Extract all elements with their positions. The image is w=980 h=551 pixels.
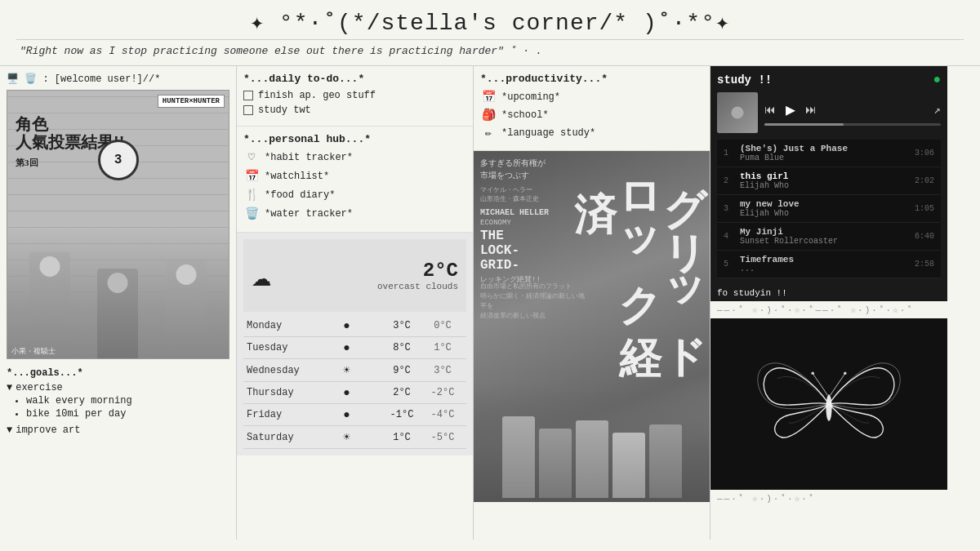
prod-item-school[interactable]: 🎒 *school*: [480, 108, 703, 122]
track-name: My Jinji: [740, 227, 902, 237]
weather-hi-4: -1°C: [381, 409, 422, 420]
prev-button[interactable]: ⏮: [764, 104, 776, 117]
prod-item-upcoming[interactable]: 📅 *upcoming*: [480, 90, 703, 104]
svg-point-0: [826, 394, 831, 420]
pencil-icon: ✏️: [480, 126, 497, 140]
weather-icon-2: ☀: [312, 363, 381, 377]
todo-text-0: finish ap. geo stuff: [258, 90, 376, 101]
weather-day-5: Saturday: [247, 432, 312, 443]
site-title: ✦ °*·˚(*/stella's corner/* )˚·*°✦: [16, 8, 964, 36]
goal-exercise-items: walk every morning bike 10mi per day: [7, 395, 229, 420]
prod-title: *...productivity...*: [480, 73, 703, 85]
hub-label-water: *water tracker*: [265, 208, 353, 220]
manga-banner: HUNTER×HUNTER: [158, 95, 225, 108]
next-button[interactable]: ⏭: [805, 104, 817, 117]
weather-lo-0: 0°C: [422, 320, 463, 331]
weather-lo-2: 3°C: [422, 365, 463, 376]
column-4: study !! ● ⏮ ▶ ⏭ ↗: [710, 66, 947, 540]
list-item: walk every morning: [26, 395, 229, 407]
track-duration: 6:40: [902, 232, 934, 241]
prod-item-language[interactable]: ✏️ *language study*: [480, 126, 703, 140]
weather-row-saturday: Saturday ☀ 1°C -5°C: [243, 426, 466, 449]
weather-current: ☁ 2°C overcast clouds: [243, 239, 466, 312]
studying-label: fo studyin !!: [710, 285, 947, 301]
header: ✦ °*·˚(*/stella's corner/* )˚·*°✦ "Right…: [0, 0, 980, 66]
player-controls-area: ⏮ ▶ ⏭ ↗: [764, 100, 941, 126]
track-number: 5: [724, 260, 740, 269]
main-grid: 🖥️ 🗑️ : [welcome user!]//* HUNTER×HUNTER…: [0, 66, 980, 540]
track-artist: ...: [740, 264, 902, 273]
track-artist: Puma Blue: [740, 153, 902, 162]
goal-exercise: ▼ exercise walk every morning bike 10mi …: [7, 382, 229, 420]
manga-circle-num: 3: [98, 140, 139, 180]
weather-day-3: Thursday: [247, 387, 312, 398]
hub-item-watchlist[interactable]: 📅 *watchlist*: [243, 169, 466, 183]
track-duration: 2:02: [902, 176, 934, 185]
weather-row-friday: Friday ● -1°C -4°C: [243, 404, 466, 426]
track-number: 1: [724, 149, 740, 158]
hub-label-watchlist: *watchlist*: [265, 171, 329, 182]
track-info: Timeframes ...: [740, 255, 902, 273]
weather-lo-5: -5°C: [422, 432, 463, 443]
weather-row-wednesday: Wednesday ☀ 9°C 3°C: [243, 359, 466, 382]
track-number: 4: [724, 232, 740, 241]
manga-news-detail: 自由市場と私的所有のフラット 明らかに開く・経済理論の新しい地平を 経済改革の新…: [480, 282, 586, 321]
progress-fill: [764, 123, 844, 126]
weather-icon-1: ●: [312, 341, 381, 354]
track-info: My Jinji Sunset Rollercoaster: [740, 227, 902, 246]
deco-text-bottom: ——·˚ ☆·)·˚·☆·˚: [717, 494, 815, 504]
deco-row-bottom: ——·˚ ☆·)·˚·☆·˚: [710, 490, 947, 507]
share-button[interactable]: ↗: [934, 103, 941, 117]
butterfly-image: [755, 331, 902, 478]
weather-row-tuesday: Tuesday ● 8°C 1°C: [243, 337, 466, 359]
hub-item-habit[interactable]: ♡ *habit tracker*: [243, 150, 466, 164]
track-name: (She's) Just a Phase: [740, 144, 902, 153]
goals-section: *...goals...* ▼ exercise walk every morn…: [7, 367, 229, 436]
weather-hi-3: 2°C: [381, 387, 422, 398]
hub-item-water[interactable]: 🗑️ *water tracker*: [243, 207, 466, 220]
svg-point-2: [844, 371, 847, 375]
productivity-section: *...productivity...* 📅 *upcoming* 🎒 *sch…: [474, 66, 710, 151]
welcome-bar: 🖥️ 🗑️ : [welcome user!]//*: [7, 73, 229, 85]
spotify-icon: ●: [933, 73, 941, 87]
weather-lo-4: -4°C: [422, 409, 463, 420]
todo-item-0: finish ap. geo stuff: [243, 90, 466, 101]
track-row: 4 My Jinji Sunset Rollercoaster 6:40: [717, 223, 941, 251]
track-row: 2 this girl Elijah Who 2:02: [717, 167, 941, 195]
progress-bar[interactable]: [764, 123, 941, 126]
todo-section: *...daily to-do...* finish ap. geo stuff…: [237, 66, 473, 127]
album-art: [717, 92, 758, 133]
studying-text: fo studyin !!: [717, 288, 787, 298]
subtitle: "Right now as I stop practicing someone …: [16, 39, 964, 60]
todo-title: *...daily to-do...*: [243, 73, 466, 85]
chevron-down-icon: ▼: [7, 382, 12, 393]
track-row: 5 Timeframes ... 2:58: [717, 251, 941, 278]
manga-news-bg: グ リ ッ ド ロ ッ ク 経 済: [474, 151, 710, 502]
music-player: study !! ● ⏮ ▶ ⏭ ↗: [710, 66, 947, 285]
track-number: 2: [724, 176, 740, 185]
weather-row-monday: Monday ● 3°C 0°C: [243, 315, 466, 337]
todo-checkbox-1[interactable]: [243, 105, 253, 115]
prod-label-school: *school*: [501, 109, 549, 121]
hub-item-food[interactable]: 🍴 *food diary*: [243, 188, 466, 202]
goal-art-header[interactable]: ▼ improve art: [7, 424, 229, 436]
current-weather-desc: overcast clouds: [377, 282, 458, 291]
weather-day-2: Wednesday: [247, 365, 312, 376]
chevron-right-icon: ▼: [7, 424, 12, 436]
track-duration: 3:06: [902, 149, 934, 158]
personal-hub: *...personal hub...* ♡ *habit tracker* 📅…: [237, 127, 473, 233]
weather-temp-display: 2°C overcast clouds: [377, 260, 458, 291]
track-number: 3: [724, 204, 740, 213]
track-artist: Sunset Rollercoaster: [740, 237, 902, 246]
goal-exercise-header[interactable]: ▼ exercise: [7, 382, 229, 393]
play-pause-button[interactable]: ▶: [786, 100, 795, 120]
butterfly-section: [710, 318, 947, 490]
weather-day-4: Friday: [247, 409, 312, 420]
goal-exercise-label: exercise: [16, 382, 63, 393]
list-item: bike 10mi per day: [26, 408, 229, 420]
weather-hi-1: 8°C: [381, 342, 422, 353]
hub-title: *...personal hub...*: [243, 133, 466, 145]
current-temperature: 2°C: [377, 260, 458, 282]
music-player-header: study !! ●: [717, 73, 941, 87]
todo-checkbox-0[interactable]: [243, 91, 253, 100]
